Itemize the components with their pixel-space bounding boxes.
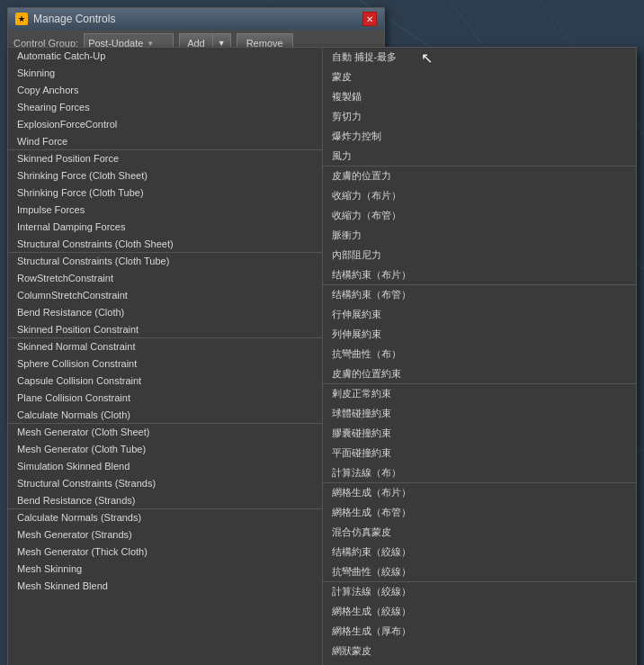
menu-item-left-11[interactable]: Structural Constraints (Cloth Sheet) <box>8 236 322 253</box>
menu-item-left-23[interactable]: Mesh Generator (Cloth Tube) <box>8 441 322 458</box>
menu-item-left-29[interactable]: Mesh Generator (Thick Cloth) <box>8 544 322 561</box>
menu-item-left-0[interactable]: Automatic Catch-Up <box>8 48 322 65</box>
menu-item-right-31[interactable]: 網刺皮混合 <box>323 661 637 665</box>
menu-item-right-22[interactable]: 網格生成（布片） <box>323 483 637 503</box>
menu-item-right-10[interactable]: 內部阻尼力 <box>323 246 637 265</box>
menu-item-right-21[interactable]: 計算法線（布） <box>323 463 637 483</box>
menu-item-left-15[interactable]: Bend Resistance (Cloth) <box>8 304 322 321</box>
menu-item-right-29[interactable]: 網格生成（厚布） <box>323 622 637 642</box>
menu-item-left-21[interactable]: Calculate Normals (Cloth) <box>8 407 322 424</box>
menu-item-left-6[interactable]: Skinned Position Force <box>8 150 322 167</box>
menu-item-right-19[interactable]: 膠囊碰撞約束 <box>323 424 637 444</box>
menu-item-right-15[interactable]: 抗彎曲性（布） <box>323 345 637 364</box>
menu-item-left-1[interactable]: Skinning <box>8 65 322 82</box>
menu-item-right-17[interactable]: 剌皮正常約束 <box>323 384 637 404</box>
menu-item-right-2[interactable]: 複製錨 <box>323 87 637 107</box>
menu-item-right-18[interactable]: 球體碰撞約束 <box>323 404 637 424</box>
menu-item-left-22[interactable]: Mesh Generator (Cloth Sheet) <box>8 424 322 441</box>
menu-item-left-7[interactable]: Shrinking Force (Cloth Sheet) <box>8 167 322 184</box>
menu-item-left-25[interactable]: Structural Constraints (Strands) <box>8 475 322 492</box>
menu-item-left-2[interactable]: Copy Anchors <box>8 82 322 99</box>
menu-item-right-11[interactable]: 结構約束（布片） <box>323 265 637 285</box>
title-bar: ★ Manage Controls ✕ <box>8 8 384 30</box>
close-button[interactable]: ✕ <box>362 12 377 26</box>
menu-item-right-3[interactable]: 剪切力 <box>323 107 637 127</box>
menu-item-right-12[interactable]: 结構約束（布管） <box>323 285 637 305</box>
cursor-indicator: ↖ <box>421 49 432 67</box>
add-dropdown-menu: Automatic Catch-UpSkinningCopy AnchorsSh… <box>7 47 637 665</box>
menu-item-left-17[interactable]: Skinned Normal Constraint <box>8 338 322 355</box>
menu-item-left-24[interactable]: Simulation Skinned Blend <box>8 458 322 475</box>
menu-item-left-8[interactable]: Shrinking Force (Cloth Tube) <box>8 184 322 202</box>
title-bar-left: ★ Manage Controls <box>15 13 115 25</box>
menu-item-left-14[interactable]: ColumnStretchConstraint <box>8 287 322 304</box>
menu-item-right-1[interactable]: 蒙皮 <box>323 67 637 87</box>
menu-item-right-16[interactable]: 皮膚的位置約束 <box>323 364 637 384</box>
menu-item-left-28[interactable]: Mesh Generator (Strands) <box>8 526 322 544</box>
menu-item-left-31[interactable]: Mesh Skinned Blend <box>8 578 322 595</box>
menu-item-right-30[interactable]: 網狀蒙皮 <box>323 642 637 661</box>
menu-item-right-28[interactable]: 網格生成（絞線） <box>323 602 637 622</box>
menu-item-right-26[interactable]: 抗彎曲性（絞線） <box>323 562 637 582</box>
menu-item-left-13[interactable]: RowStretchConstraint <box>8 270 322 287</box>
menu-left-column: Automatic Catch-UpSkinningCopy AnchorsSh… <box>8 48 323 665</box>
menu-item-right-5[interactable]: 風力 <box>323 147 637 166</box>
menu-item-right-25[interactable]: 结構約束（絞線） <box>323 543 637 562</box>
menu-item-right-23[interactable]: 網格生成（布管） <box>323 503 637 523</box>
menu-item-right-7[interactable]: 收縮力（布片） <box>323 186 637 206</box>
menu-item-left-10[interactable]: Internal Damping Forces <box>8 219 322 236</box>
menu-item-left-27[interactable]: Calculate Normals (Strands) <box>8 509 322 526</box>
menu-item-right-14[interactable]: 列伸展約束 <box>323 325 637 345</box>
menu-item-left-12[interactable]: Structural Constraints (Cloth Tube) <box>8 253 322 270</box>
menu-item-right-4[interactable]: 爆炸力控制 <box>323 127 637 147</box>
menu-item-right-13[interactable]: 行伸展約束 <box>323 305 637 325</box>
window-title: Manage Controls <box>33 13 115 25</box>
menu-item-left-26[interactable]: Bend Resistance (Strands) <box>8 492 322 509</box>
menu-item-right-8[interactable]: 收縮力（布管） <box>323 206 637 226</box>
menu-item-right-6[interactable]: 皮膚的位置力 <box>323 166 637 186</box>
menu-right-column: 自動 捕捉-最多蒙皮複製錨剪切力爆炸力控制風力皮膚的位置力收縮力（布片）收縮力（… <box>323 48 637 665</box>
menu-item-left-30[interactable]: Mesh Skinning <box>8 561 322 578</box>
menu-item-right-0[interactable]: 自動 捕捉-最多 <box>323 48 637 67</box>
menu-item-left-3[interactable]: Shearing Forces <box>8 99 322 116</box>
menu-item-right-20[interactable]: 平面碰撞約束 <box>323 444 637 463</box>
menu-item-left-19[interactable]: Capsule Collision Constraint <box>8 373 322 390</box>
menu-item-right-9[interactable]: 脈衝力 <box>323 226 637 246</box>
menu-item-left-5[interactable]: Wind Force <box>8 133 322 150</box>
menu-item-left-9[interactable]: Impulse Forces <box>8 202 322 219</box>
menu-item-left-16[interactable]: Skinned Position Constraint <box>8 321 322 338</box>
menu-item-right-27[interactable]: 計算法線（絞線） <box>323 582 637 602</box>
window-icon: ★ <box>15 13 28 25</box>
menu-item-right-24[interactable]: 混合仿真蒙皮 <box>323 523 637 543</box>
menu-item-left-4[interactable]: ExplosionForceControl <box>8 116 322 133</box>
menu-item-left-18[interactable]: Sphere Collision Constraint <box>8 355 322 373</box>
menu-item-left-20[interactable]: Plane Collision Constraint <box>8 390 322 407</box>
